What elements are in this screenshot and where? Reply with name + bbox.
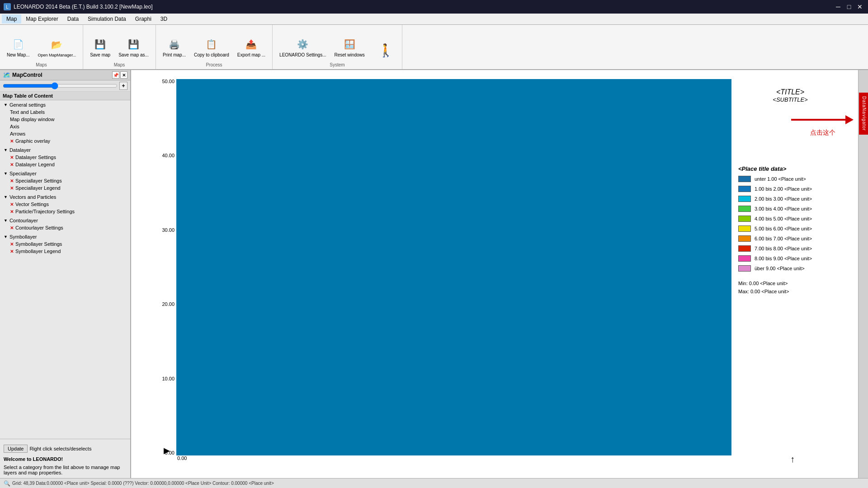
toc-item-map-display[interactable]: Map display window [0,116,130,123]
open-mapmanager-button[interactable]: 📂 Open MapManager... [35,35,80,60]
legend-label-7: 7.00 bis 8.00 <Place unit> [755,246,812,251]
reset-windows-button[interactable]: 🪟 Reset windows [331,35,368,60]
datalayer-legend-cross-icon: ✕ [10,162,14,167]
red-arrow-line [791,119,845,121]
new-map-button[interactable]: 📄 New Map... [4,35,33,60]
click-text: 点击这个 [810,129,835,137]
toc-item-vector-settings[interactable]: ✕ Vector Settings [0,201,130,208]
toc-section-contour-title[interactable]: ▼ Contourlayer [0,217,130,224]
app-icon: L [4,3,11,10]
sidebar-hint: Right click selects/deselects [29,446,91,451]
update-button[interactable]: Update [4,445,28,453]
print-map-label: Print map... [163,52,186,57]
toolbar-buttons-process: 🖨️ Print map... 📋 Copy to clipboard 📤 Ex… [160,27,269,61]
statusbar-icon: 🔍 [4,480,10,487]
toc-section-speciallayer-title[interactable]: ▼ Speciallayer [0,170,130,177]
legend-item-3: 3.00 bis 4.00 <Place unit> [738,206,842,212]
menu-item-map[interactable]: Map [2,14,21,23]
legend-item-0: unter 1.00 <Place unit> [738,176,842,182]
toc-item-vector-settings-label: Vector Settings [15,202,49,207]
slider-increment-button[interactable]: + [119,82,127,90]
copy-clipboard-icon: 📋 [204,37,219,52]
close-button[interactable]: ✕ [855,2,864,11]
toolbar-buttons-maps1: 📄 New Map... 📂 Open MapManager... [4,27,79,61]
toolbar-group-maps1: 📄 New Map... 📂 Open MapManager... Maps [0,25,83,69]
print-map-button[interactable]: 🖨️ Print map... [160,35,189,60]
toc-item-speciallayer-legend[interactable]: ✕ Speciallayer Legend [0,184,130,192]
legend-item-8: 8.00 bis 9.00 <Place unit> [738,255,842,262]
legend-subtitle: <SUBTITLE> [738,96,842,103]
toc-item-datalayer-settings[interactable]: ✕ Datalayer Settings [0,154,130,161]
legend-title: <TITLE> [738,88,842,96]
toc-item-symbol-legend-label: Symbollayer Legend [15,249,61,254]
legend-label-9: über 9.00 <Place unit> [755,266,805,271]
mapcontrol-small-icon: 🗺️ [3,71,10,79]
toc-datalayer-label: Datalayer [9,147,31,153]
toc-section-datalayer-title[interactable]: ▼ Datalayer [0,146,130,154]
sidebar: 🗺️ MapControl 📌 ✕ + Map Table of Content… [0,70,131,478]
copy-clipboard-button[interactable]: 📋 Copy to clipboard [191,35,232,60]
menu-item-3d[interactable]: 3D [156,14,172,23]
map-display: 50.00 40.00 30.00 20.00 10.00 0.00 ▶ 0.0… [154,79,849,469]
toc-item-text-labels[interactable]: Text and Labels [0,108,130,116]
toc-item-speciallayer-settings[interactable]: ✕ Speciallayer Settings [0,177,130,184]
save-map-as-icon: 💾 [127,37,141,52]
save-map-as-button[interactable]: 💾 Save map as... [115,35,152,60]
mapcontrol-controls[interactable]: 📌 ✕ [112,71,127,79]
save-map-button[interactable]: 💾 Save map [87,35,113,60]
toc-item-contour-settings[interactable]: ✕ Contourlayer Settings [0,224,130,231]
mapcontrol-close-button[interactable]: ✕ [120,71,127,79]
map-plot: 50.00 40.00 30.00 20.00 10.00 0.00 ▶ 0.0… [154,79,731,469]
mapcontrol-pin-button[interactable]: 📌 [112,71,119,79]
open-mapmanager-label: Open MapManager... [38,53,76,57]
toc-item-graphic-overlay[interactable]: ✕ Graphic overlay [0,137,130,145]
export-map-label: Export map ... [237,52,265,57]
toc-item-datalayer-settings-label: Datalayer Settings [15,155,56,160]
human-figure-button[interactable]: 🚶 [373,41,398,60]
toc-section-symbol-title[interactable]: ▼ Symbollayer [0,233,130,240]
toolbar-group-system: ⚙️ LEONARDO Settings... 🪟 Reset windows … [273,25,402,69]
legend-item-7: 7.00 bis 8.00 <Place unit> [738,245,842,252]
menu-item-data[interactable]: Data [63,14,83,23]
minimize-button[interactable]: ─ [834,2,843,11]
toc-section-vectors-title[interactable]: ▼ Vectors and Particles [0,193,130,201]
legend-area: <TITLE> <SUBTITLE> 点击这个 <Place title dat… [731,79,849,469]
toc-item-axis[interactable]: Axis [0,123,130,130]
menu-item-simulationdata[interactable]: Simulation Data [83,14,131,23]
toc-item-symbol-settings[interactable]: ✕ Symbollayer Settings [0,240,130,248]
legend-item-5: 5.00 bis 6.00 <Place unit> [738,225,842,232]
speciallayer-legend-cross-icon: ✕ [10,186,14,191]
export-map-button[interactable]: 📤 Export map ... [234,35,269,60]
data-navigator-tab[interactable]: DataNavigator [859,93,868,135]
vector-settings-cross-icon: ✕ [10,202,14,207]
titlebar-controls[interactable]: ─ □ ✕ [834,2,864,11]
toolbar-group-maps1-label: Maps [4,61,79,67]
menu-item-graphi[interactable]: Graphi [131,14,156,23]
legend-label-6: 6.00 bis 7.00 <Place unit> [755,236,812,241]
maximize-button[interactable]: □ [844,2,854,11]
toc-panel: Map Table of Content ▼ General settings … [0,92,130,439]
toc-section-vectors: ▼ Vectors and Particles ✕ Vector Setting… [0,192,130,216]
particle-settings-cross-icon: ✕ [10,209,14,214]
legend-color-4 [738,216,751,222]
toc-general-arrow: ▼ [4,103,8,107]
toc-item-text-labels-label: Text and Labels [10,109,45,115]
titlebar-title: LEONARDO 2014 Beta (E.T.) Build 3.100.2 … [14,4,152,10]
toc-item-arrows[interactable]: Arrows [0,130,130,137]
toc-section-general-title[interactable]: ▼ General settings [0,101,130,108]
mapcontrol-header-left: 🗺️ MapControl [3,71,42,79]
new-map-label: New Map... [7,52,30,57]
toc-item-speciallayer-settings-label: Speciallayer Settings [15,178,62,183]
print-map-icon: 🖨️ [167,37,181,52]
leonardo-settings-button[interactable]: ⚙️ LEONARDO Settings... [276,35,329,60]
y-label-30: 30.00 [156,228,175,233]
menu-item-mapexplorer[interactable]: Map Explorer [21,14,62,23]
timeline-slider[interactable] [3,83,118,89]
toc-item-particle-settings[interactable]: ✕ Particle/Trajectory Settings [0,208,130,215]
toc-item-symbol-legend[interactable]: ✕ Symbollayer Legend [0,248,130,255]
reset-windows-icon: 🪟 [342,37,357,52]
toc-item-axis-label: Axis [10,124,19,129]
map-area[interactable]: 50.00 40.00 30.00 20.00 10.00 0.00 ▶ 0.0… [131,70,858,478]
toc-item-datalayer-legend[interactable]: ✕ Datalayer Legend [0,161,130,168]
legend-max: Max: 0.00 <Place unit> [738,288,842,296]
